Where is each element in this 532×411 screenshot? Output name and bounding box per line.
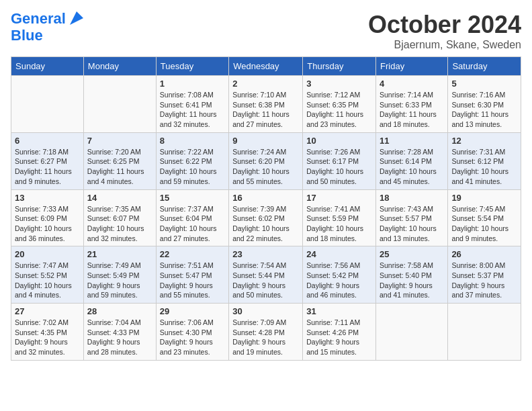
calendar-cell: 5Sunrise: 7:16 AMSunset: 6:30 PMDaylight…	[448, 76, 521, 133]
day-number: 18	[380, 193, 444, 203]
calendar-cell: 4Sunrise: 7:14 AMSunset: 6:33 PMDaylight…	[376, 76, 448, 133]
day-number: 12	[451, 136, 517, 146]
day-number: 17	[306, 193, 372, 203]
day-detail: Sunrise: 7:56 AMSunset: 5:42 PMDaylight:…	[306, 261, 372, 300]
day-detail: Sunrise: 7:20 AMSunset: 6:25 PMDaylight:…	[87, 147, 152, 187]
calendar-cell: 22Sunrise: 7:51 AMSunset: 5:47 PMDayligh…	[156, 246, 228, 304]
day-detail: Sunrise: 7:31 AMSunset: 6:12 PMDaylight:…	[451, 147, 517, 187]
calendar-cell: 30Sunrise: 7:09 AMSunset: 4:28 PMDayligh…	[229, 304, 303, 361]
day-detail: Sunrise: 7:10 AMSunset: 6:38 PMDaylight:…	[232, 90, 299, 130]
day-detail: Sunrise: 7:06 AMSunset: 4:30 PMDaylight:…	[160, 318, 225, 357]
day-detail: Sunrise: 7:26 AMSunset: 6:17 PMDaylight:…	[306, 147, 372, 187]
day-detail: Sunrise: 7:49 AMSunset: 5:49 PMDaylight:…	[87, 261, 152, 300]
day-detail: Sunrise: 7:11 AMSunset: 4:26 PMDaylight:…	[306, 318, 372, 357]
calendar-cell: 8Sunrise: 7:22 AMSunset: 6:22 PMDaylight…	[156, 132, 228, 189]
day-number: 20	[15, 249, 80, 259]
calendar-cell: 9Sunrise: 7:24 AMSunset: 6:20 PMDaylight…	[229, 132, 303, 189]
day-number: 8	[160, 136, 225, 146]
day-detail: Sunrise: 7:41 AMSunset: 5:59 PMDaylight:…	[306, 204, 372, 244]
logo-text: General	[11, 11, 86, 28]
title-block: October 2024 Bjaernum, Skane, Sweden	[368, 11, 521, 51]
day-number: 16	[232, 193, 299, 203]
day-number: 7	[87, 136, 152, 146]
weekday-header-sunday: Sunday	[11, 57, 84, 76]
weekday-header-saturday: Saturday	[448, 57, 521, 76]
day-detail: Sunrise: 7:08 AMSunset: 6:41 PMDaylight:…	[160, 90, 225, 130]
day-detail: Sunrise: 7:51 AMSunset: 5:47 PMDaylight:…	[160, 261, 225, 300]
svg-marker-0	[70, 11, 83, 25]
calendar-cell: 12Sunrise: 7:31 AMSunset: 6:12 PMDayligh…	[448, 132, 521, 189]
calendar-cell: 20Sunrise: 7:47 AMSunset: 5:52 PMDayligh…	[11, 246, 84, 304]
day-number: 29	[160, 306, 225, 316]
calendar-cell: 3Sunrise: 7:12 AMSunset: 6:35 PMDaylight…	[303, 76, 376, 133]
day-number: 10	[306, 136, 372, 146]
day-number: 15	[160, 193, 225, 203]
day-detail: Sunrise: 7:35 AMSunset: 6:07 PMDaylight:…	[87, 204, 152, 244]
day-detail: Sunrise: 7:22 AMSunset: 6:22 PMDaylight:…	[160, 147, 225, 187]
day-number: 1	[160, 79, 225, 89]
day-detail: Sunrise: 7:39 AMSunset: 6:02 PMDaylight:…	[232, 204, 299, 244]
calendar-cell: 11Sunrise: 7:28 AMSunset: 6:14 PMDayligh…	[376, 132, 448, 189]
day-number: 28	[87, 306, 152, 316]
day-detail: Sunrise: 7:02 AMSunset: 4:35 PMDaylight:…	[15, 318, 80, 357]
calendar-cell: 1Sunrise: 7:08 AMSunset: 6:41 PMDaylight…	[156, 76, 228, 133]
weekday-header-friday: Friday	[376, 57, 448, 76]
calendar-cell: 16Sunrise: 7:39 AMSunset: 6:02 PMDayligh…	[229, 189, 303, 246]
day-detail: Sunrise: 7:04 AMSunset: 4:33 PMDaylight:…	[87, 318, 152, 357]
day-detail: Sunrise: 7:43 AMSunset: 5:57 PMDaylight:…	[380, 204, 444, 244]
calendar-cell: 27Sunrise: 7:02 AMSunset: 4:35 PMDayligh…	[11, 304, 84, 361]
day-number: 23	[232, 249, 299, 259]
day-number: 19	[451, 193, 517, 203]
calendar-cell: 31Sunrise: 7:11 AMSunset: 4:26 PMDayligh…	[303, 304, 376, 361]
day-detail: Sunrise: 7:24 AMSunset: 6:20 PMDaylight:…	[232, 147, 299, 187]
day-number: 26	[451, 249, 517, 259]
weekday-header-monday: Monday	[83, 57, 156, 76]
calendar-cell: 19Sunrise: 7:45 AMSunset: 5:54 PMDayligh…	[448, 189, 521, 246]
calendar-cell: 13Sunrise: 7:33 AMSunset: 6:09 PMDayligh…	[11, 189, 84, 246]
day-detail: Sunrise: 7:28 AMSunset: 6:14 PMDaylight:…	[380, 147, 444, 187]
day-detail: Sunrise: 7:54 AMSunset: 5:44 PMDaylight:…	[232, 261, 299, 300]
calendar-cell: 14Sunrise: 7:35 AMSunset: 6:07 PMDayligh…	[83, 189, 156, 246]
day-detail: Sunrise: 7:14 AMSunset: 6:33 PMDaylight:…	[380, 90, 444, 130]
calendar-cell: 2Sunrise: 7:10 AMSunset: 6:38 PMDaylight…	[229, 76, 303, 133]
weekday-header-thursday: Thursday	[303, 57, 376, 76]
day-number: 4	[380, 79, 444, 89]
logo-text2: Blue	[11, 28, 86, 44]
page-header: General Blue October 2024 Bjaernum, Skan…	[11, 11, 521, 51]
day-number: 11	[380, 136, 444, 146]
calendar-cell	[83, 76, 156, 133]
day-number: 2	[232, 79, 299, 89]
day-detail: Sunrise: 7:16 AMSunset: 6:30 PMDaylight:…	[451, 90, 517, 130]
day-number: 31	[306, 306, 372, 316]
calendar-cell: 23Sunrise: 7:54 AMSunset: 5:44 PMDayligh…	[229, 246, 303, 304]
day-detail: Sunrise: 8:00 AMSunset: 5:37 PMDaylight:…	[451, 261, 517, 300]
day-number: 6	[15, 136, 80, 146]
day-detail: Sunrise: 7:45 AMSunset: 5:54 PMDaylight:…	[451, 204, 517, 244]
logo: General Blue	[11, 11, 86, 44]
day-number: 3	[306, 79, 372, 89]
calendar-cell	[11, 76, 84, 133]
weekday-header-tuesday: Tuesday	[156, 57, 228, 76]
day-number: 14	[87, 193, 152, 203]
day-detail: Sunrise: 7:12 AMSunset: 6:35 PMDaylight:…	[306, 90, 372, 130]
day-number: 5	[451, 79, 517, 89]
calendar-cell: 28Sunrise: 7:04 AMSunset: 4:33 PMDayligh…	[83, 304, 156, 361]
calendar-cell	[376, 304, 448, 361]
day-number: 24	[306, 249, 372, 259]
weekday-header-wednesday: Wednesday	[229, 57, 303, 76]
calendar-cell: 15Sunrise: 7:37 AMSunset: 6:04 PMDayligh…	[156, 189, 228, 246]
day-number: 30	[232, 306, 299, 316]
day-number: 22	[160, 249, 225, 259]
calendar-cell: 21Sunrise: 7:49 AMSunset: 5:49 PMDayligh…	[83, 246, 156, 304]
day-number: 21	[87, 249, 152, 259]
calendar-cell	[448, 304, 521, 361]
day-number: 9	[232, 136, 299, 146]
calendar-cell: 7Sunrise: 7:20 AMSunset: 6:25 PMDaylight…	[83, 132, 156, 189]
day-detail: Sunrise: 7:09 AMSunset: 4:28 PMDaylight:…	[232, 318, 299, 357]
calendar-table: SundayMondayTuesdayWednesdayThursdayFrid…	[11, 56, 521, 361]
day-detail: Sunrise: 7:18 AMSunset: 6:27 PMDaylight:…	[15, 147, 80, 187]
calendar-cell: 24Sunrise: 7:56 AMSunset: 5:42 PMDayligh…	[303, 246, 376, 304]
calendar-cell: 17Sunrise: 7:41 AMSunset: 5:59 PMDayligh…	[303, 189, 376, 246]
day-detail: Sunrise: 7:47 AMSunset: 5:52 PMDaylight:…	[15, 261, 80, 300]
calendar-cell: 26Sunrise: 8:00 AMSunset: 5:37 PMDayligh…	[448, 246, 521, 304]
